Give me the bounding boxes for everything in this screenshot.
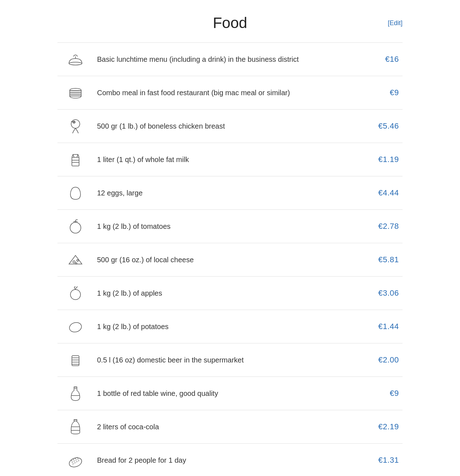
svg-point-7 [73,121,75,123]
tomato-icon [61,217,90,236]
page-container: Food [Edit] Basic lunchtime menu (includ… [36,0,424,476]
item-label: 1 kg (2 lb.) of tomatoes [90,222,367,231]
edit-link[interactable]: [Edit] [388,19,402,27]
item-price: €2.78 [367,222,399,231]
item-label: 1 bottle of red table wine, good quality [90,389,367,398]
item-label: Basic lunchtime menu (including a drink)… [90,55,367,64]
svg-point-0 [69,62,82,65]
apple-icon [61,284,90,302]
list-item: 12 eggs, large €4.44 [58,176,402,210]
item-price: €1.31 [367,456,399,465]
food-list: Basic lunchtime menu (including a drink)… [58,42,402,476]
burger-icon [61,83,90,102]
egg-icon [61,184,90,202]
item-price: €1.19 [367,155,399,164]
list-item: 1 bottle of red table wine, good quality… [58,377,402,410]
list-item: 1 kg (2 lb.) of apples €3.06 [58,277,402,310]
item-price: €5.46 [367,121,399,131]
svg-line-31 [72,459,78,462]
svg-rect-8 [72,157,79,166]
item-label: 1 kg (2 lb.) of apples [90,289,367,297]
item-label: 1 liter (1 qt.) of whole fat milk [90,156,367,164]
cheese-icon [61,250,90,269]
chicken-icon [61,117,90,135]
item-label: 2 liters of coca-cola [90,423,367,431]
svg-point-5 [71,120,80,128]
item-label: Combo meal in fast food restaurant (big … [90,89,367,97]
soda-bottle-icon [61,417,90,436]
list-item: Combo meal in fast food restaurant (big … [58,76,402,110]
item-price: €2.00 [367,355,399,365]
item-label: 500 gr (1 lb.) of boneless chicken breas… [90,122,367,130]
milk-icon [61,150,90,169]
item-label: 1 kg (2 lb.) of potatoes [90,323,367,331]
item-label: 0.5 l (16 oz) domestic beer in the super… [90,356,367,364]
wine-bottle-icon [61,384,90,403]
item-price: €9 [367,389,399,398]
svg-point-11 [70,222,81,233]
beer-can-icon [61,351,90,369]
svg-point-29 [68,456,83,469]
item-price: €16 [367,55,399,64]
list-item: 2 liters of coca-cola €2.19 [58,410,402,444]
item-price: €1.44 [367,322,399,331]
svg-point-13 [73,261,75,263]
list-item: 0.5 l (16 oz) domestic beer in the super… [58,343,402,377]
plate-icon [61,50,90,69]
item-price: €5.81 [367,255,399,264]
item-label: 500 gr (16 oz.) of local cheese [90,256,367,264]
list-item: Basic lunchtime menu (including a drink)… [58,42,402,76]
item-price: €2.19 [367,422,399,431]
list-item: 1 kg (2 lb.) of tomatoes €2.78 [58,210,402,243]
item-price: €3.06 [367,288,399,298]
bread-icon [61,451,90,470]
list-item: 1 liter (1 qt.) of whole fat milk €1.19 [58,143,402,176]
svg-point-14 [77,260,79,262]
list-item: 500 gr (16 oz.) of local cheese €5.81 [58,243,402,277]
svg-point-15 [75,263,77,264]
page-title: Food [213,14,247,32]
item-price: €9 [367,88,399,97]
item-price: €4.44 [367,188,399,198]
page-header: Food [Edit] [58,14,402,32]
list-item: Bread for 2 people for 1 day €1.31 [58,444,402,476]
item-label: 12 eggs, large [90,189,367,197]
potato-icon [61,317,90,336]
item-label: Bread for 2 people for 1 day [90,456,367,465]
list-item: 500 gr (1 lb.) of boneless chicken breas… [58,110,402,143]
svg-point-16 [68,321,83,333]
list-item: 1 kg (2 lb.) of potatoes €1.44 [58,310,402,343]
svg-line-32 [73,461,79,464]
